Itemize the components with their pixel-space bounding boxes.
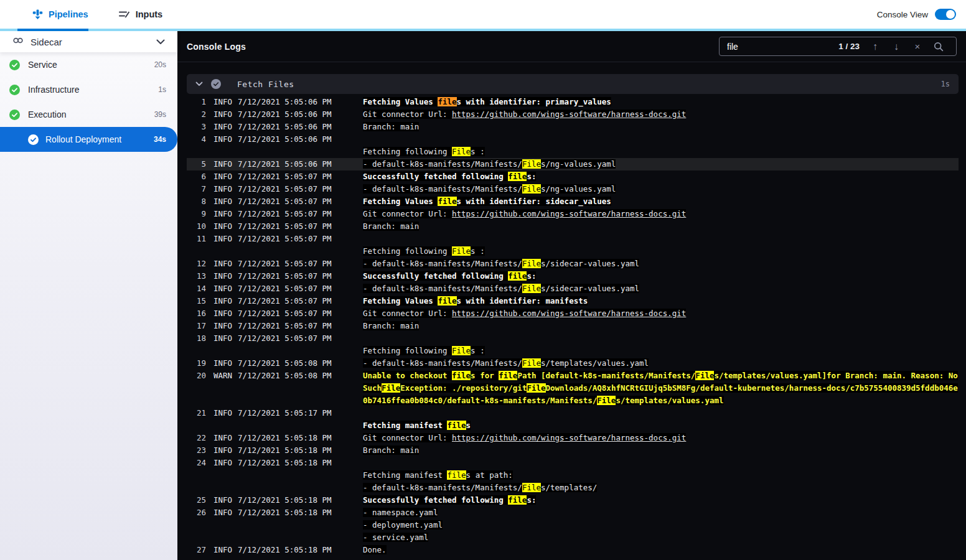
log-row[interactable]: 15INFO7/12/2021 5:05:07 PMFetching Value… [187,295,959,307]
search-match-counter: 1 / 23 [838,42,860,51]
log-row[interactable]: 16INFO7/12/2021 5:05:07 PMGit connector … [187,307,959,320]
console-view-label: Console View [877,10,928,19]
log-message: Git connector Url: https://github.com/wi… [363,307,959,320]
log-timestamp: 7/12/2021 5:05:18 PM [238,444,344,457]
chevron-down-icon[interactable] [156,36,165,47]
log-row[interactable]: 7INFO7/12/2021 5:05:07 PM- default-k8s-m… [187,183,959,195]
search-prev-button[interactable]: ↑ [865,41,886,52]
log-row[interactable]: 6INFO7/12/2021 5:05:07 PMSuccessfully fe… [187,170,959,183]
tab-inputs[interactable]: Inputs [119,9,163,19]
log-message: Branch: main [363,444,959,457]
log-line-number: 2 [187,108,206,121]
search-match: file [499,371,517,380]
log-level: INFO [213,270,238,282]
log-level: INFO [213,407,238,419]
log-row[interactable]: 11INFO7/12/2021 5:05:07 PM Fetching foll… [187,233,959,258]
log-timestamp: 7/12/2021 5:05:08 PM [238,370,344,382]
log-row[interactable]: 26INFO7/12/2021 5:05:18 PM- namespace.ya… [187,506,959,544]
log-line-number: 22 [187,432,206,444]
search-next-button[interactable]: ↓ [886,41,907,52]
log-row[interactable]: 1INFO7/12/2021 5:05:06 PMFetching Values… [187,96,959,108]
sidebar-step-service[interactable]: Service20s [0,52,177,77]
log-message: Done. [363,544,959,556]
success-check-icon [9,60,20,70]
log-link[interactable]: https://github.com/wings-software/harnes… [452,209,686,218]
log-link[interactable]: https://github.com/wings-software/harnes… [452,309,686,318]
log-row[interactable]: 2INFO7/12/2021 5:05:06 PMGit connector U… [187,108,959,121]
log-message: - default-k8s-manifests/Manifests/Files/… [363,158,959,170]
search-match: file [508,271,527,281]
log-message: Git connector Url: https://github.com/wi… [363,208,959,220]
log-row[interactable]: 17INFO7/12/2021 5:05:07 PMBranch: main [187,320,959,332]
log-line-number: 3 [187,121,206,133]
step-section-duration: 1s [941,80,950,88]
log-line-number: 24 [187,457,206,469]
log-line-number: 7 [187,183,206,195]
sidebar-step-infrastructure[interactable]: Infrastructure1s [0,77,177,102]
log-row[interactable]: 3INFO7/12/2021 5:05:06 PMBranch: main [187,121,959,133]
log-timestamp: 7/12/2021 5:05:07 PM [238,307,344,320]
link-icon [12,36,24,47]
log-row[interactable]: 10INFO7/12/2021 5:05:07 PMBranch: main [187,220,959,233]
search-match: File [695,371,714,380]
collapse-chevron-icon[interactable] [195,82,203,86]
step-section-header[interactable]: Fetch Files 1s [187,74,959,94]
log-timestamp: 7/12/2021 5:05:17 PM [238,407,344,419]
log-timestamp: 7/12/2021 5:05:07 PM [238,295,344,307]
log-line-number: 6 [187,170,206,183]
log-row[interactable]: 25INFO7/12/2021 5:05:18 PMSuccessfully f… [187,494,959,506]
sidebar-step-execution[interactable]: Execution39s [0,102,177,127]
log-link[interactable]: https://github.com/wings-software/harnes… [452,110,686,119]
log-row[interactable]: 18INFO7/12/2021 5:05:07 PM Fetching foll… [187,332,959,357]
log-lines: 1INFO7/12/2021 5:05:06 PMFetching Values… [187,96,959,556]
log-row[interactable]: 24INFO7/12/2021 5:05:18 PM Fetching mani… [187,457,959,494]
log-row[interactable]: 21INFO7/12/2021 5:05:17 PM Fetching mani… [187,407,959,432]
search-input[interactable] [727,42,838,52]
console-view-toggle[interactable] [935,9,956,20]
log-level: WARN [213,370,238,382]
log-message: - default-k8s-manifests/Manifests/Files/… [363,183,959,195]
search-icon[interactable] [928,42,949,52]
log-level: INFO [213,133,238,146]
log-line-number: 20 [187,370,206,382]
log-level: INFO [213,208,238,220]
log-message: Branch: main [363,320,959,332]
log-line-number: 5 [187,158,206,170]
log-row[interactable]: 8INFO7/12/2021 5:05:07 PMFetching Values… [187,195,959,208]
log-row[interactable]: 12INFO7/12/2021 5:05:07 PM- default-k8s-… [187,258,959,270]
success-check-icon [9,110,20,120]
search-match: file [452,371,471,380]
log-row[interactable]: 13INFO7/12/2021 5:05:07 PMSuccessfully f… [187,270,959,282]
step-label: Execution [28,110,154,119]
step-section-title: Fetch Files [237,80,294,89]
log-level: INFO [213,170,238,183]
step-duration: 39s [154,110,166,119]
log-row[interactable]: 5INFO7/12/2021 5:05:06 PM- default-k8s-m… [187,158,959,170]
step-success-icon [211,79,221,89]
log-row[interactable]: 27INFO7/12/2021 5:05:18 PMDone. [187,544,959,556]
search-match: file [508,495,527,505]
log-row[interactable]: 9INFO7/12/2021 5:05:07 PMGit connector U… [187,208,959,220]
search-match: File [597,396,616,405]
log-timestamp: 7/12/2021 5:05:07 PM [238,332,344,345]
tab-pipelines-label: Pipelines [49,9,88,19]
step-duration: 1s [158,85,166,94]
log-row[interactable]: 4INFO7/12/2021 5:05:06 PM Fetching follo… [187,133,959,158]
log-row[interactable]: 23INFO7/12/2021 5:05:18 PMBranch: main [187,444,959,457]
log-level: INFO [213,357,238,370]
log-section: Fetch Files 1s 1INFO7/12/2021 5:05:06 PM… [177,62,966,556]
log-row[interactable]: 22INFO7/12/2021 5:05:18 PMGit connector … [187,432,959,444]
log-message: Fetching Values files with identifier: p… [363,96,959,108]
stage-header-sidecar[interactable]: Sidecar [0,31,177,52]
log-message: Git connector Url: https://github.com/wi… [363,432,959,444]
log-row[interactable]: 14INFO7/12/2021 5:05:07 PM- default-k8s-… [187,282,959,295]
log-level: INFO [213,494,238,506]
log-row[interactable]: 19INFO7/12/2021 5:05:08 PM- default-k8s-… [187,357,959,370]
tab-pipelines[interactable]: Pipelines [32,9,88,20]
log-link[interactable]: https://github.com/wings-software/harnes… [452,433,686,442]
search-clear-button[interactable]: × [907,41,928,52]
sidebar-step-rollout-deployment[interactable]: Rollout Deployment34s [0,127,177,152]
log-row[interactable]: 20WARN7/12/2021 5:05:08 PMUnable to chec… [187,370,959,407]
log-line-number: 12 [187,258,206,270]
tab-underline-track [0,29,966,31]
